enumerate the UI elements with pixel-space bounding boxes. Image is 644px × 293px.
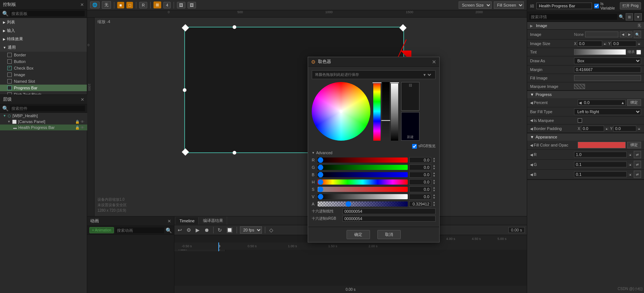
rec-btn[interactable]: ⏺: [203, 227, 210, 233]
hier-item-health[interactable]: ▬ Health Progress Bar 🔒 👁: [0, 125, 87, 130]
r-bind-btn[interactable]: ⇌: [634, 151, 641, 158]
open-prog-btn[interactable]: 打开 Prog: [620, 2, 641, 10]
r-dec-btn[interactable]: ▼: [433, 160, 436, 163]
fill-screen-select[interactable]: Fill Screen: [494, 1, 524, 9]
toolbar-btn1[interactable]: ■: [117, 2, 124, 8]
r-channel-slider[interactable]: [318, 157, 408, 163]
screen-size-select[interactable]: Screen Size: [459, 1, 492, 9]
tab-compiler[interactable]: 编译器结果: [199, 216, 227, 225]
tab-timeline[interactable]: Timeline: [176, 217, 199, 225]
settings-btn[interactable]: ⚙: [185, 227, 192, 233]
left-search-input[interactable]: [10, 11, 85, 16]
alpha-slider[interactable]: [382, 82, 389, 141]
b-inc[interactable]: ▲: [628, 173, 632, 176]
bar-fill-type-select[interactable]: Left to Right Right to Left Top to Botto…: [574, 108, 641, 115]
r-input[interactable]: [574, 152, 627, 157]
loop-btn[interactable]: ↻: [216, 227, 223, 233]
g-inc[interactable]: ▲: [628, 163, 632, 166]
h-channel-slider[interactable]: [318, 179, 408, 185]
toolbar-img2-btn[interactable]: 🖼: [188, 2, 196, 8]
snap-btn[interactable]: 🔲: [225, 227, 234, 233]
image-size-y-input[interactable]: [611, 41, 636, 47]
handle-bl[interactable]: [182, 148, 189, 156]
h-channel-input[interactable]: [409, 179, 431, 185]
g-bind-btn[interactable]: ⇌: [634, 161, 641, 168]
color-wheel[interactable]: [312, 82, 370, 141]
tint-preview[interactable]: [574, 49, 626, 55]
animation-close[interactable]: ✕: [167, 219, 171, 224]
b-channel-slider[interactable]: [318, 172, 408, 177]
section-common[interactable]: ▼ 通用: [0, 43, 87, 52]
a-channel-slider[interactable]: [318, 201, 408, 207]
b-input[interactable]: [574, 171, 627, 177]
appearance-section-header[interactable]: ▼ Appearance: [527, 133, 644, 141]
dialog-close-btn[interactable]: ✕: [432, 59, 436, 65]
filter-btn[interactable]: ▼: [634, 13, 642, 21]
v-channel-input[interactable]: [409, 194, 431, 200]
v-channel-slider[interactable]: [318, 194, 408, 199]
handle-tl[interactable]: [182, 24, 189, 31]
percent-input[interactable]: [582, 100, 620, 105]
b-dec-btn[interactable]: ▼: [433, 175, 436, 178]
item-image[interactable]: Image: [0, 71, 87, 78]
s-channel-slider[interactable]: [318, 187, 408, 192]
g-dec-btn[interactable]: ▼: [433, 167, 436, 170]
is-variable-checkbox[interactable]: [594, 4, 599, 8]
color-drop-select[interactable]: ▼: [421, 73, 432, 77]
no-btn[interactable]: 无: [102, 1, 111, 9]
a-dec-btn[interactable]: ▼: [433, 204, 436, 207]
item-border[interactable]: Border: [0, 52, 87, 58]
v-dec-btn[interactable]: ▼: [433, 197, 436, 200]
image-search-btn[interactable]: 🔍: [634, 31, 641, 38]
item-progress-bar[interactable]: Progress Bar: [0, 85, 87, 91]
is-marquee-checkbox[interactable]: [578, 118, 582, 123]
s-dec-btn[interactable]: ▼: [433, 189, 436, 192]
grid-view-btn[interactable]: ⊞: [626, 13, 633, 21]
widget-name-input[interactable]: [536, 3, 592, 9]
g-input[interactable]: [574, 162, 627, 167]
image-size-x-input[interactable]: [577, 41, 602, 47]
handle-top[interactable]: [233, 25, 236, 29]
tint-inherit-checkbox[interactable]: [636, 50, 641, 55]
hex-srgb-input[interactable]: [343, 216, 436, 222]
right-search-input[interactable]: [529, 14, 617, 20]
value-slider[interactable]: [391, 82, 398, 141]
b-channel-input[interactable]: [409, 172, 431, 178]
border-y-inc[interactable]: ▲: [637, 127, 641, 130]
image-picker[interactable]: [585, 31, 618, 37]
margin-input[interactable]: [574, 67, 641, 73]
num4-btn[interactable]: 4: [163, 2, 171, 8]
image-next-btn[interactable]: ▶: [626, 31, 632, 37]
toolbar-btn2[interactable]: □: [126, 2, 133, 8]
g-channel-slider[interactable]: [318, 165, 408, 170]
toolbar-btn3[interactable]: ⊞: [153, 1, 161, 8]
image-size-y-inc[interactable]: ▲: [637, 42, 641, 45]
percent-dec-btn[interactable]: ◀: [578, 101, 582, 105]
left-panel-close[interactable]: ✕: [80, 2, 84, 7]
keyframe-btn[interactable]: ◇: [268, 227, 274, 233]
r-channel-input[interactable]: [409, 157, 431, 163]
hierarchy-close[interactable]: ✕: [81, 97, 84, 102]
section-input[interactable]: ▶ 输入: [0, 26, 87, 35]
border-x-input[interactable]: [581, 126, 604, 131]
percent-set-btn[interactable]: 绑定: [627, 99, 641, 106]
progress-section-header[interactable]: ▼ Progress: [527, 91, 644, 98]
srgb-checkbox[interactable]: [412, 144, 417, 149]
b-bind-btn[interactable]: ⇌: [634, 171, 641, 178]
image-size-x-inc[interactable]: ▲: [603, 42, 607, 45]
handle-bottom[interactable]: [233, 151, 236, 155]
image-prev-btn[interactable]: ◀: [620, 31, 626, 37]
handle-left[interactable]: [183, 88, 186, 92]
hex-linear-input[interactable]: [343, 208, 436, 214]
animation-search-input[interactable]: [115, 227, 164, 233]
section-list[interactable]: ▶ 列表: [0, 18, 87, 26]
draw-as-select[interactable]: Box: [574, 58, 641, 64]
add-animation-btn[interactable]: + Animation: [89, 227, 114, 233]
border-x-inc[interactable]: ▲: [605, 127, 609, 130]
s-channel-input[interactable]: [409, 186, 431, 192]
border-y-input[interactable]: [613, 126, 636, 131]
hierarchy-search-input[interactable]: [10, 105, 85, 111]
fill-color-picker[interactable]: [578, 142, 626, 148]
item-button[interactable]: Button: [0, 58, 87, 65]
fps-select[interactable]: 20 fps: [240, 226, 262, 234]
